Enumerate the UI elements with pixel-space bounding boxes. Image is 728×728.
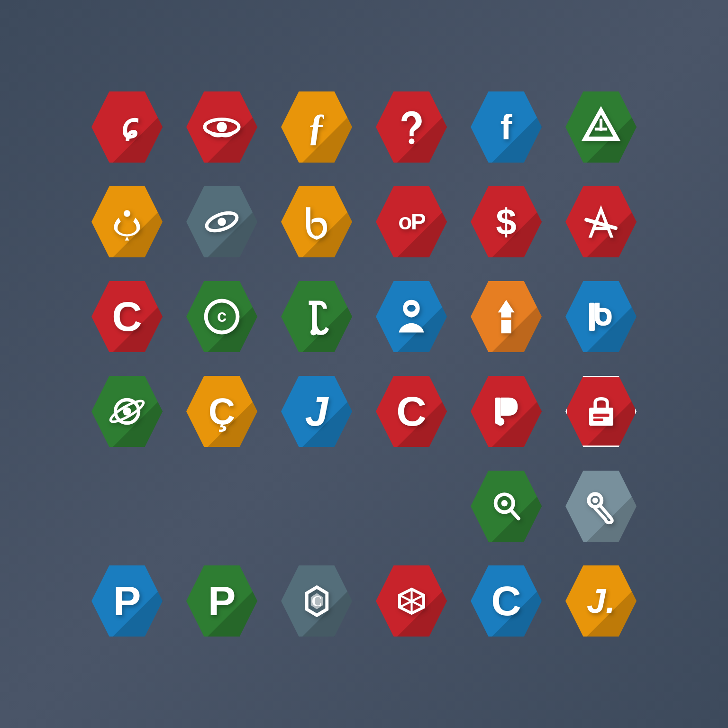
icon-10[interactable]: oP xyxy=(371,182,452,262)
icon-19[interactable] xyxy=(87,371,167,452)
icon-32[interactable]: J. xyxy=(561,561,641,641)
svg-point-28 xyxy=(592,497,598,503)
icon-3[interactable]: ƒ xyxy=(276,87,357,167)
icon-4[interactable] xyxy=(371,87,452,167)
icon-6[interactable] xyxy=(561,87,641,167)
icon-17[interactable] xyxy=(466,276,546,357)
svg-point-9 xyxy=(315,236,319,240)
svg-point-8 xyxy=(218,218,226,226)
icon-12[interactable] xyxy=(561,182,641,262)
icon-11[interactable]: $ xyxy=(466,182,546,262)
svg-rect-23 xyxy=(593,418,603,420)
svg-point-2 xyxy=(409,138,414,144)
svg-point-6 xyxy=(124,210,130,217)
icon-26[interactable] xyxy=(561,466,641,546)
icon-29[interactable]: C xyxy=(276,561,357,641)
svg-point-13 xyxy=(310,329,317,336)
svg-text:c: c xyxy=(217,306,227,326)
svg-line-10 xyxy=(586,220,616,228)
icon-14[interactable]: c xyxy=(182,276,262,357)
icon-22[interactable]: C xyxy=(371,371,452,452)
icon-8[interactable] xyxy=(182,182,262,262)
svg-point-1 xyxy=(217,122,227,132)
icon-9[interactable] xyxy=(276,182,357,262)
icon-16[interactable] xyxy=(371,276,452,357)
icon-24[interactable] xyxy=(561,371,641,452)
icon-1[interactable]: ɕ xyxy=(87,87,167,167)
icon-5[interactable]: f xyxy=(466,87,546,167)
svg-point-26 xyxy=(501,500,508,506)
icon-13[interactable]: C xyxy=(87,276,167,357)
icon-28[interactable]: P xyxy=(182,561,262,641)
svg-text:C: C xyxy=(311,593,322,609)
icon-15[interactable] xyxy=(276,276,357,357)
icon-30[interactable] xyxy=(371,561,452,641)
icon-grid: ɕ ƒ f xyxy=(68,68,660,660)
svg-rect-20 xyxy=(495,397,500,423)
icon-27[interactable]: P xyxy=(87,561,167,641)
icon-18[interactable] xyxy=(561,276,641,357)
icon-25[interactable] xyxy=(466,466,546,546)
icon-21[interactable]: J xyxy=(276,371,357,452)
svg-rect-15 xyxy=(589,302,595,331)
icon-23[interactable] xyxy=(466,371,546,452)
icon-7[interactable] xyxy=(87,182,167,262)
icon-20[interactable]: Ç xyxy=(182,371,262,452)
icon-31[interactable]: C xyxy=(466,561,546,641)
svg-rect-22 xyxy=(593,413,609,417)
svg-line-25 xyxy=(510,510,519,519)
icon-2[interactable] xyxy=(182,87,262,167)
